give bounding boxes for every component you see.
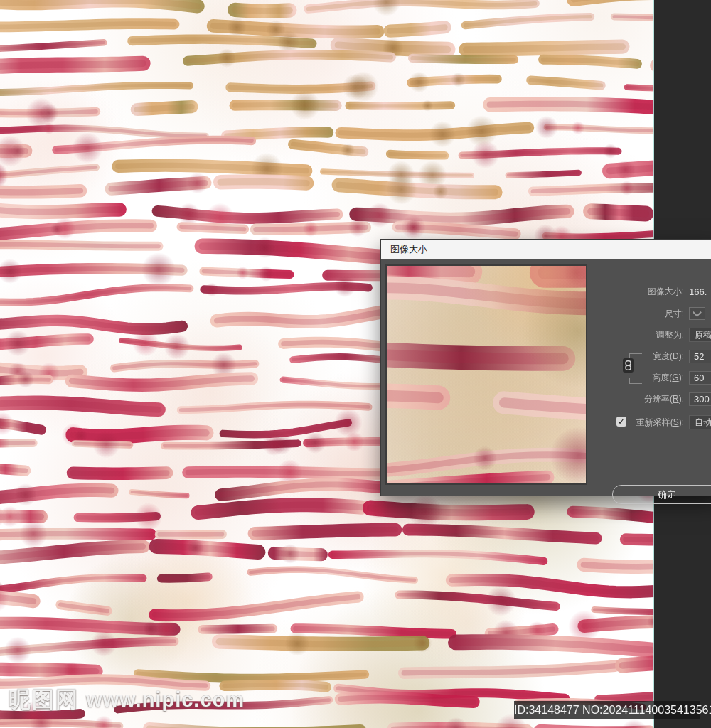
height-input[interactable] (689, 371, 711, 385)
fit-to-label: 调整为: (579, 329, 684, 341)
fit-to-dropdown[interactable]: 原稿 (689, 328, 711, 342)
image-id-text: ID:34148477 NO:20241114003541356107 (514, 704, 711, 716)
ok-button[interactable]: 确定 (612, 485, 711, 504)
site-logo: 昵图网 (9, 685, 79, 714)
chevron-down-icon (693, 308, 702, 317)
image-size-row: 图像大小: 166. (579, 284, 711, 299)
width-input[interactable] (689, 350, 711, 363)
image-size-dialog: 图像大小 图像大小: 166. 尺寸: 调整为: 原稿 宽度(D): 高度(G)… (380, 239, 711, 496)
ok-button-label: 确定 (658, 488, 676, 501)
resample-value: 自动 (695, 417, 711, 429)
resolution-row: 分辨率(R): (579, 391, 711, 407)
image-size-value: 166. (689, 287, 707, 297)
width-row: 宽度(D): (579, 348, 711, 364)
resolution-label: 分辨率(R): (579, 393, 684, 405)
fit-to-value: 原稿 (695, 329, 711, 341)
resample-dropdown[interactable]: 自动 (689, 415, 711, 429)
dimensions-row: 尺寸: (579, 306, 711, 321)
image-size-label: 图像大小: (579, 286, 684, 298)
image-preview[interactable] (385, 264, 587, 485)
resample-row: 重新采样(S): 自动 (579, 414, 711, 430)
constrain-proportions-link-icon[interactable] (623, 358, 634, 373)
dialog-titlebar[interactable]: 图像大小 (381, 240, 711, 259)
resample-checkbox[interactable]: ✓ (616, 417, 626, 427)
site-url: www.nipic.com (86, 688, 245, 712)
dimensions-label: 尺寸: (579, 308, 684, 320)
resample-label: 重新采样(S): (579, 417, 684, 429)
constrain-bracket-bottom (629, 378, 642, 384)
site-watermark: 昵图网 www.nipic.com (9, 685, 245, 714)
dialog-body: 图像大小: 166. 尺寸: 调整为: 原稿 宽度(D): 高度(G): 分辨率… (381, 259, 711, 496)
resolution-input[interactable] (689, 392, 711, 406)
fit-to-row: 调整为: 原稿 (579, 327, 711, 343)
dimensions-unit-dropdown[interactable] (689, 307, 705, 320)
dialog-title: 图像大小 (381, 243, 427, 256)
height-row: 高度(G): (579, 370, 711, 385)
image-id-bar: ID:34148477 NO:20241114003541356107 (514, 701, 700, 719)
